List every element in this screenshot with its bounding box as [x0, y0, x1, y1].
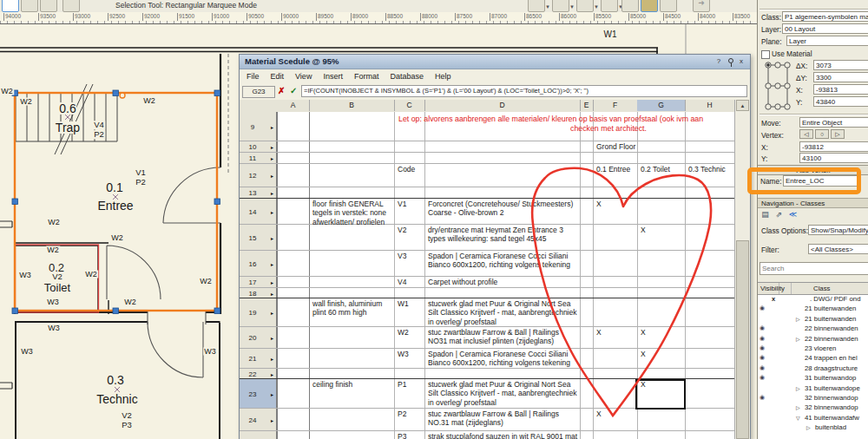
cell-G20[interactable]: X: [637, 327, 685, 349]
visibility-eye-icon[interactable]: ◉: [760, 305, 765, 311]
scrollbar-thumb[interactable]: [736, 240, 749, 439]
vertex-x-field[interactable]: -93812: [799, 141, 868, 152]
cell-D21[interactable]: Spadon | Ceramica Fioranese Cocci Silian…: [424, 349, 580, 369]
class-row[interactable]: ◉23 vloeren: [758, 344, 868, 354]
class-row[interactable]: ◉32 binnenwandop: [758, 394, 868, 403]
menu-item[interactable]: Format: [354, 72, 379, 81]
cell-D23[interactable]: stucwerk glad met Puur & Original Nort S…: [424, 379, 580, 409]
cell-H12[interactable]: 0.3 Technic: [685, 164, 734, 187]
row-header-20[interactable]: 20▸: [240, 327, 277, 348]
cell-F24[interactable]: X: [593, 409, 637, 431]
cell-C20[interactable]: W2: [394, 327, 424, 349]
row-header-10[interactable]: 10▸: [240, 141, 277, 152]
visibility-eye-icon[interactable]: ◉: [760, 394, 765, 401]
class-row[interactable]: ◉24 trappen en hel: [758, 354, 868, 364]
class-row[interactable]: ▷buitenblad: [758, 423, 868, 433]
row-header-11[interactable]: 11▸: [240, 153, 277, 163]
move-dropdown[interactable]: Entire Object: [799, 117, 868, 128]
column-header-F[interactable]: F: [593, 100, 638, 111]
column-header-D[interactable]: D: [424, 100, 581, 111]
menu-item[interactable]: Edit: [271, 72, 285, 81]
menu-item[interactable]: Database: [390, 72, 424, 81]
visibility-eye-icon[interactable]: ◉: [760, 374, 765, 381]
cell-C14[interactable]: V1: [394, 199, 424, 225]
menu-item[interactable]: Insert: [323, 72, 343, 81]
column-header-B[interactable]: B: [309, 100, 395, 111]
row-header-12[interactable]: 12▸: [240, 164, 277, 187]
cell-F14[interactable]: X: [593, 199, 637, 225]
cell-C17[interactable]: V4: [394, 277, 424, 288]
vertex-marker[interactable]: [120, 93, 125, 98]
column-header-A[interactable]: A: [277, 100, 310, 111]
class-options-dropdown[interactable]: Show/Snap/Modify O: [808, 225, 868, 235]
cell-F12[interactable]: 0.1 Entree: [593, 164, 637, 187]
cell-D20[interactable]: stuc zwartblauw Farrow & Ball | Railings…: [424, 327, 580, 349]
row-header-24[interactable]: 24▸: [240, 409, 277, 430]
use-material-checkbox[interactable]: [761, 50, 770, 59]
cell-G12[interactable]: 0.2 Toilet: [637, 164, 685, 187]
cell-C12[interactable]: Code: [394, 164, 424, 187]
class-row[interactable]: ▽41 buitenwandafw: [758, 414, 868, 423]
cell-C16[interactable]: V3: [394, 251, 424, 277]
row-header-16[interactable]: 16▸: [240, 251, 277, 276]
cell-G21[interactable]: X: [637, 349, 685, 369]
filter-arrows-icon[interactable]: ≪: [787, 209, 799, 220]
column-header-G[interactable]: G: [637, 100, 686, 111]
vertical-scrollbar[interactable]: ▲: [734, 100, 750, 439]
cell-D17[interactable]: Carpet without profile: [424, 277, 580, 288]
expand-open-icon[interactable]: ▽: [796, 415, 800, 421]
expand-closed-icon[interactable]: ▷: [796, 385, 800, 391]
vertex-button-1[interactable]: ○: [815, 129, 829, 139]
row-header-22[interactable]: 22▸: [240, 369, 277, 378]
vertex-button-0[interactable]: ◁: [799, 129, 813, 139]
selection-handles[interactable]: [12, 90, 220, 314]
plane-dropdown[interactable]: Layer: [786, 36, 868, 46]
coord-field[interactable]: -93813: [813, 84, 868, 95]
expand-closed-icon[interactable]: ▷: [796, 336, 800, 342]
cell-F20[interactable]: X: [593, 327, 637, 349]
cell-G15[interactable]: X: [637, 225, 685, 251]
expand-closed-icon[interactable]: ▷: [796, 404, 800, 410]
reference-icon[interactable]: ⇗: [773, 209, 785, 220]
accept-formula-icon[interactable]: ✓: [290, 86, 297, 95]
class-row[interactable]: ◉21 buitenwanden: [758, 305, 868, 314]
scroll-up-icon[interactable]: ▲: [736, 100, 749, 111]
cell-D25[interactable]: strak stucplafond sauzen in wit RAL 9001…: [424, 431, 580, 439]
help-icon[interactable]: ?: [713, 56, 724, 67]
menu-item[interactable]: View: [295, 72, 312, 81]
row-header-25[interactable]: 25▸: [240, 431, 277, 439]
cell-B19[interactable]: wall finish, aluminium plint 60 mm high: [309, 298, 394, 327]
visibility-eye-icon[interactable]: ◉: [760, 344, 765, 351]
anchor-point-grid[interactable]: [763, 59, 792, 113]
visibility-x-mark[interactable]: x: [772, 295, 775, 303]
row-header-19[interactable]: 19▸: [240, 298, 277, 326]
class-row[interactable]: ◉28 draagstructure: [758, 364, 868, 374]
cell-D19[interactable]: stucwerk glad met Puur & Original Nort S…: [424, 298, 580, 327]
search-input[interactable]: [760, 262, 868, 275]
expand-closed-icon[interactable]: ▷: [796, 316, 800, 322]
selected-space-outline[interactable]: [15, 93, 217, 311]
column-header-E[interactable]: E: [580, 100, 594, 111]
row-header-18[interactable]: 18▸: [240, 288, 277, 298]
pin-icon[interactable]: [725, 56, 735, 67]
cell-D15[interactable]: dry/entrance mat Heymat Zen Entrance 3 t…: [424, 225, 580, 251]
column-header-C[interactable]: C: [394, 100, 425, 111]
cell-D16[interactable]: Spadon | Ceramica Fioranese Cocci Silian…: [424, 251, 580, 277]
class-row[interactable]: ◉22 binnenwanden: [758, 324, 868, 334]
row-header-23[interactable]: 23▸: [240, 379, 277, 408]
list-view-icon[interactable]: ▤: [760, 209, 771, 220]
class-row[interactable]: ◉31 buitenwandop: [758, 374, 868, 383]
filter-dropdown[interactable]: <All Classes>: [808, 244, 868, 254]
cell-C15[interactable]: V2: [394, 225, 424, 251]
menu-item[interactable]: Help: [435, 72, 451, 81]
formula-input[interactable]: =IF(COUNT(INOBJECT & INSYMBOL & (S='P1')…: [301, 85, 747, 97]
coord-field[interactable]: 3073: [813, 60, 868, 70]
row-header-15[interactable]: 15▸: [240, 225, 277, 250]
worksheet-grid[interactable]: 9▸Let op: alvorens aanbrengen alle mater…: [240, 112, 734, 439]
class-row[interactable]: ◉▷22 binnenwanden: [758, 335, 868, 344]
cell-B23[interactable]: ceiling finish: [309, 379, 394, 409]
vertex-button-2[interactable]: ▷: [831, 129, 845, 139]
menu-item[interactable]: File: [247, 72, 260, 81]
row-header-17[interactable]: 17▸: [240, 277, 277, 287]
navigation-classes-header[interactable]: Navigation - Classes: [758, 198, 868, 208]
